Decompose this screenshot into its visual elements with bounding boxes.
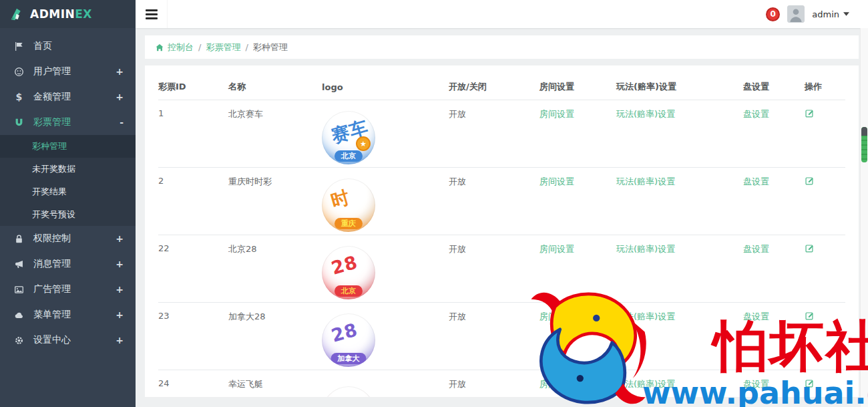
svg-text:$: $ [16, 92, 23, 102]
breadcrumb-separator: / [245, 42, 248, 52]
submenu-item-label: 开奖号预设 [32, 209, 75, 221]
table-row: 1 北京赛车 赛车 ★ 北京 开放 房间设置 玩法(赔率)设置 盘设置 [158, 100, 845, 168]
pan-settings-link[interactable]: 盘设置 [743, 244, 769, 254]
sidebar-item-permissions[interactable]: 权限控制 + [0, 226, 136, 251]
sidebar-item-label: 首页 [33, 40, 52, 52]
col-header-logo: logo [322, 82, 449, 92]
play-odds-settings-link[interactable]: 玩法(赔率)设置 [616, 176, 675, 186]
notification-badge[interactable]: 0 [766, 7, 780, 21]
sidebar-item-label: 设置中心 [33, 334, 71, 346]
expand-plus-icon: + [116, 233, 124, 244]
room-settings-link[interactable]: 房间设置 [539, 176, 574, 186]
sidebar-item-home[interactable]: 首页 [0, 33, 136, 59]
breadcrumb-lottery-link[interactable]: 彩票管理 [206, 41, 240, 53]
breadcrumb-current: 彩种管理 [253, 41, 288, 53]
room-settings-link[interactable]: 房间设置 [539, 244, 574, 254]
pan-settings-link[interactable]: 盘设置 [743, 311, 769, 321]
lottery-logo: 时 重庆 [322, 178, 375, 232]
sidebar-item-menus[interactable]: 菜单管理 + [0, 302, 136, 327]
breadcrumb: 控制台 / 彩票管理 / 彩种管理 [145, 35, 859, 59]
expand-plus-icon: + [116, 335, 124, 346]
col-header-id: 彩票ID [158, 81, 228, 93]
collapse-minus-icon: - [120, 117, 124, 128]
submenu-item-label: 开奖结果 [32, 186, 67, 198]
scrollbar-thumb[interactable] [861, 127, 867, 162]
brand-logo-icon [9, 6, 25, 22]
cell-name: 北京28 [228, 235, 322, 302]
topbar-right: 0 admin [766, 5, 868, 23]
play-odds-settings-link[interactable]: 玩法(赔率)设置 [616, 244, 675, 254]
breadcrumb-separator: / [198, 42, 201, 52]
room-settings-link[interactable]: 房间设置 [539, 379, 574, 389]
submenu-item-lottery-types[interactable]: 彩种管理 [0, 135, 136, 158]
home-icon [155, 43, 164, 52]
sidebar-item-label: 权限控制 [33, 233, 71, 245]
expand-plus-icon: + [116, 259, 124, 269]
expand-plus-icon: + [116, 66, 124, 77]
edit-button[interactable] [805, 243, 815, 253]
brand-title: ADMINEX [30, 7, 92, 21]
submenu-item-label: 彩种管理 [32, 140, 67, 152]
cell-id: 23 [158, 303, 228, 370]
sidebar-item-lottery[interactable]: 彩票管理 - [0, 110, 136, 135]
sidebar-item-users[interactable]: 用户管理 + [0, 59, 136, 84]
avatar[interactable] [787, 5, 805, 23]
cell-id: 1 [158, 100, 228, 167]
edit-button[interactable] [805, 378, 815, 388]
pan-settings-link[interactable]: 盘设置 [743, 109, 769, 119]
play-odds-settings-link[interactable]: 玩法(赔率)设置 [616, 109, 675, 119]
submenu-item-draw-presets[interactable]: 开奖号预设 [0, 203, 136, 226]
user-icon [14, 67, 25, 77]
dollar-icon: $ [14, 92, 25, 102]
sidebar-item-label: 菜单管理 [33, 309, 71, 321]
expand-plus-icon: + [116, 92, 124, 102]
cell-name: 幸运飞艇 [228, 370, 322, 397]
col-header-actions: 操作 [805, 81, 845, 93]
submenu-item-undrawn-data[interactable]: 未开奖数据 [0, 158, 136, 180]
room-settings-link[interactable]: 房间设置 [539, 311, 574, 321]
lottery-submenu: 彩种管理 未开奖数据 开奖结果 开奖号预设 [0, 135, 136, 226]
magnet-icon [14, 118, 25, 128]
cell-name: 北京赛车 [228, 100, 322, 167]
pan-settings-link[interactable]: 盘设置 [743, 379, 769, 389]
col-header-name: 名称 [228, 81, 322, 93]
sidebar-item-ads[interactable]: 广告管理 + [0, 277, 136, 302]
cloud-icon [14, 310, 25, 320]
play-odds-settings-link[interactable]: 玩法(赔率)设置 [616, 379, 675, 389]
edit-button[interactable] [805, 176, 815, 186]
cell-status: 开放 [449, 100, 539, 167]
topbar: 0 admin [136, 0, 868, 28]
sidebar-item-label: 广告管理 [33, 283, 71, 295]
edit-button[interactable] [805, 311, 815, 321]
room-settings-link[interactable]: 房间设置 [539, 109, 574, 119]
table-row: 23 加拿大28 28 加拿大 开放 房间设置 玩法(赔率)设置 盘设置 [158, 303, 845, 370]
sidebar-item-label: 彩票管理 [33, 116, 71, 128]
expand-plus-icon: + [116, 284, 124, 295]
expand-plus-icon: + [116, 309, 124, 320]
username: admin [812, 9, 839, 19]
sidebar-item-money[interactable]: $ 金额管理 + [0, 84, 136, 110]
scrollbar-track [860, 28, 868, 407]
coin-star-icon: ★ [356, 136, 371, 151]
flag-icon [14, 41, 25, 51]
sidebar-toggle-button[interactable] [136, 0, 168, 28]
megaphone-icon [14, 259, 25, 269]
table-row: 24 幸运飞艇 开放 房间设置 玩法(赔率)设置 盘设置 [158, 370, 845, 397]
pan-settings-link[interactable]: 盘设置 [743, 176, 769, 186]
breadcrumb-home-link[interactable]: 控制台 [155, 41, 194, 53]
sidebar-item-label: 金额管理 [33, 91, 71, 103]
sidebar-item-label: 用户管理 [33, 65, 71, 78]
sidebar-item-settings[interactable]: 设置中心 + [0, 327, 136, 353]
edit-button[interactable] [805, 108, 815, 118]
user-dropdown[interactable]: admin [812, 9, 849, 19]
col-header-pan: 盘设置 [743, 81, 805, 93]
col-header-play: 玩法(赔率)设置 [616, 81, 743, 93]
image-icon [14, 285, 25, 295]
cell-status: 开放 [449, 303, 539, 370]
submenu-item-draw-results[interactable]: 开奖结果 [0, 180, 136, 203]
cell-name: 加拿大28 [228, 303, 322, 370]
col-header-status: 开放/关闭 [449, 81, 539, 93]
cell-status: 开放 [449, 370, 539, 397]
sidebar-item-messages[interactable]: 消息管理 + [0, 251, 136, 277]
play-odds-settings-link[interactable]: 玩法(赔率)设置 [616, 311, 675, 321]
